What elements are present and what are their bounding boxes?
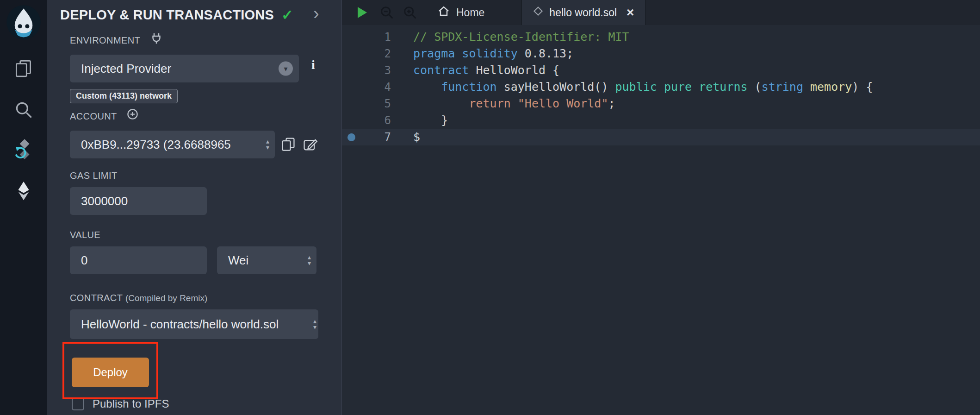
contract-label: CONTRACT (Compiled by Remix): [70, 293, 207, 303]
search-icon[interactable]: [11, 97, 36, 122]
solidity-file-icon: [533, 6, 543, 19]
contract-sublabel: (Compiled by Remix): [125, 293, 207, 303]
code-text: function sayHelloWorld() public pure ret…: [391, 79, 873, 95]
breakpoint-dot[interactable]: [342, 133, 360, 141]
deploy-run-panel: DEPLOY & RUN TRANSACTIONS ✓ › ENVIRONMEN…: [47, 0, 342, 415]
code-text: contract HelloWorld {: [391, 62, 559, 79]
remix-logo: [4, 3, 43, 42]
environment-label: ENVIRONMENT: [70, 35, 140, 46]
code-line[interactable]: 5 return "Hello World";: [342, 95, 980, 112]
code-area: 1// SPDX-License-Identifier: MIT2pragma …: [342, 25, 980, 415]
account-caret-icon: ▴▾: [266, 138, 269, 151]
environment-caret-icon: ▾: [279, 62, 293, 76]
line-number: 3: [360, 62, 391, 79]
account-value: 0xBB9...29733 (23.6688965: [81, 138, 231, 152]
run-script-icon[interactable]: [354, 5, 369, 20]
plug-icon: [149, 31, 163, 47]
activity-bar: [0, 0, 47, 415]
publish-ipfs-label: Publish to IPFS: [93, 397, 169, 410]
code-text: // SPDX-License-Identifier: MIT: [391, 29, 629, 45]
editor-tabbar: Home hello world.sol ×: [342, 0, 980, 25]
success-check-icon: ✓: [281, 6, 293, 24]
panel-title: DEPLOY & RUN TRANSACTIONS: [60, 7, 274, 23]
code-text: $: [391, 129, 420, 145]
deploy-run-icon[interactable]: [11, 178, 36, 203]
account-label: ACCOUNT: [70, 111, 117, 122]
line-number: 5: [360, 95, 391, 112]
deploy-button[interactable]: Deploy: [72, 358, 149, 387]
environment-select[interactable]: Injected Provider ▾: [70, 55, 299, 82]
remix-ide-window: DEPLOY & RUN TRANSACTIONS ✓ › ENVIRONMEN…: [0, 0, 980, 415]
zoom-in-icon[interactable]: [402, 5, 418, 20]
code-text: }: [391, 112, 448, 129]
contract-value: HelloWorld - contracts/hello world.sol: [81, 317, 279, 332]
code-line[interactable]: 1// SPDX-License-Identifier: MIT: [342, 29, 980, 45]
info-icon[interactable]: i: [311, 57, 315, 72]
account-select[interactable]: 0xBB9...29733 (23.6688965 ▴▾: [70, 131, 275, 158]
unit-caret-icon: ▴▾: [308, 254, 311, 266]
tab-file-label: hello world.sol: [549, 6, 617, 19]
value-unit: Wei: [228, 253, 248, 268]
home-icon: [437, 5, 450, 20]
tab-hello-world-sol[interactable]: hello world.sol ×: [521, 0, 645, 25]
gas-limit-input[interactable]: [70, 187, 207, 215]
close-tab-icon[interactable]: ×: [626, 5, 634, 20]
tab-home-label: Home: [456, 6, 484, 19]
contract-caret-icon: ▴▾: [313, 318, 316, 330]
tab-home[interactable]: Home: [426, 0, 496, 25]
publish-ipfs-checkbox[interactable]: [72, 398, 84, 410]
line-number: 7: [360, 129, 391, 145]
editor-area: Home hello world.sol × 1// SPDX-License-…: [342, 0, 980, 415]
solidity-compiler-icon[interactable]: [11, 136, 36, 161]
code-line[interactable]: 6 }: [342, 112, 980, 129]
zoom-out-icon[interactable]: [379, 5, 395, 20]
edit-account-icon[interactable]: [302, 136, 318, 154]
line-number: 6: [360, 112, 391, 129]
code-line[interactable]: 7$: [342, 129, 980, 145]
line-number: 4: [360, 79, 391, 95]
environment-value: Injected Provider: [81, 62, 171, 76]
network-badge: Custom (43113) network: [70, 89, 178, 103]
line-number: 2: [360, 45, 391, 62]
value-unit-select[interactable]: Wei ▴▾: [217, 246, 316, 274]
code-line[interactable]: 3contract HelloWorld {: [342, 62, 980, 79]
add-account-icon[interactable]: [126, 108, 139, 122]
panel-collapse-chevron[interactable]: ›: [313, 4, 319, 24]
file-explorer-icon[interactable]: [11, 56, 36, 81]
copy-account-icon[interactable]: [280, 136, 296, 154]
contract-select[interactable]: HelloWorld - contracts/hello world.sol ▴…: [70, 309, 318, 339]
code-line[interactable]: 4 function sayHelloWorld() public pure r…: [342, 79, 980, 95]
value-input[interactable]: [70, 246, 207, 274]
line-number: 1: [360, 29, 391, 45]
value-label: VALUE: [70, 230, 100, 240]
code-line[interactable]: 2pragma solidity 0.8.13;: [342, 45, 980, 62]
gas-limit-label: GAS LIMIT: [70, 170, 118, 181]
code-text: pragma solidity 0.8.13;: [391, 45, 573, 62]
code-text: return "Hello World";: [391, 95, 615, 112]
